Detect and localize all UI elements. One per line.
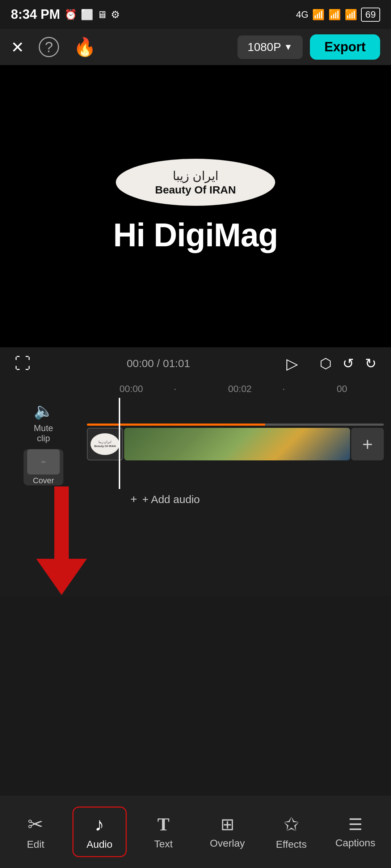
close-button[interactable]: ✕ bbox=[11, 38, 24, 56]
ruler-time-2: 00:02 bbox=[228, 383, 282, 395]
settings-icon: ⚙ bbox=[111, 9, 120, 21]
screen-icon: ⬜ bbox=[81, 9, 93, 21]
alarm-icon: ⏰ bbox=[64, 9, 77, 21]
text-icon: T bbox=[157, 814, 169, 835]
signal-icon: 📶 bbox=[312, 9, 325, 21]
flame-icon: 🔥 bbox=[73, 37, 96, 58]
nav-item-text[interactable]: T Text bbox=[136, 808, 190, 856]
svg-marker-1 bbox=[36, 559, 87, 595]
clip-1[interactable]: ایران زیباBeauty Of IRAN bbox=[87, 428, 123, 460]
clip-1-thumbnail: ایران زیباBeauty Of IRAN bbox=[91, 433, 119, 455]
clip-2[interactable] bbox=[124, 428, 350, 460]
nav-label-audio: Audio bbox=[87, 839, 113, 850]
add-audio-row: + + Add audio bbox=[119, 489, 391, 510]
nav-label-text: Text bbox=[154, 838, 173, 850]
timeline-left-controls: 🔈 Mute clip ✏ Cover bbox=[7, 401, 80, 485]
preview-area: ایران زیبا Beauty Of IRAN Hi DigiMag bbox=[0, 65, 391, 347]
nav-label-overlay: Overlay bbox=[210, 838, 245, 849]
plus-icon: + bbox=[362, 434, 373, 455]
nav-item-effects[interactable]: ✩ Effects bbox=[264, 808, 319, 856]
mute-label: Mute clip bbox=[34, 423, 53, 443]
top-toolbar: ✕ ? 🔥 1080P ▼ Export bbox=[0, 29, 391, 65]
ruler-time-0: 00:00 bbox=[119, 383, 174, 395]
down-arrow bbox=[36, 486, 87, 595]
nav-item-overlay[interactable]: ⊞ Overlay bbox=[200, 809, 255, 855]
time-display: 00:00 / 01:01 bbox=[127, 357, 190, 370]
status-bar: 8:34 PM ⏰ ⬜ 🖥 ⚙ 4G 📶 📶 📶 69 bbox=[0, 0, 391, 29]
toolbar-left: ✕ ? 🔥 bbox=[11, 37, 96, 58]
network-label: 4G bbox=[296, 9, 308, 20]
cover-button[interactable]: ✏ Cover bbox=[24, 449, 63, 485]
cover-thumbnail: ✏ bbox=[27, 449, 60, 475]
nav-label-effects: Effects bbox=[276, 839, 307, 850]
oval-persian-text: ایران زیبا bbox=[173, 169, 218, 183]
bottom-nav: ✂ Edit ♪ Audio T Text ⊞ Overlay ✩ Effect… bbox=[0, 796, 391, 868]
cast-icon: 🖥 bbox=[97, 9, 107, 21]
resolution-button[interactable]: 1080P ▼ bbox=[237, 35, 303, 59]
logo-oval: ایران زیبا Beauty Of IRAN bbox=[116, 159, 275, 206]
nav-label-captions: Captions bbox=[335, 837, 375, 849]
status-icons: ⏰ ⬜ 🖥 ⚙ bbox=[64, 9, 120, 21]
mute-icon: 🔈 bbox=[34, 401, 54, 420]
export-button[interactable]: Export bbox=[310, 34, 380, 60]
play-button[interactable]: ▷ bbox=[286, 355, 298, 373]
oval-english-text: Beauty Of IRAN bbox=[155, 184, 236, 196]
layout-icon[interactable]: ⬡ bbox=[320, 356, 332, 371]
track-progress-line bbox=[87, 424, 384, 426]
timeline-area: ⛶ 00:00 / 01:01 ▷ ⬡ ↺ ↻ 00:00 · 00:02 · … bbox=[0, 347, 391, 485]
main-title: Hi DigiMag bbox=[113, 217, 278, 254]
resolution-label: 1080P bbox=[248, 41, 281, 54]
svg-rect-0 bbox=[54, 486, 69, 559]
effects-icon: ✩ bbox=[283, 813, 299, 835]
mute-clip-button[interactable]: 🔈 Mute clip bbox=[34, 401, 54, 443]
ruler-dot-2: · bbox=[282, 383, 337, 395]
cover-label: Cover bbox=[33, 476, 54, 485]
timeline-ruler: 00:00 · 00:02 · 00 bbox=[0, 380, 391, 398]
nav-label-edit: Edit bbox=[27, 839, 44, 850]
timeline-content: 🔈 Mute clip ✏ Cover ایران زیباBeauty Of … bbox=[0, 398, 391, 489]
playhead bbox=[119, 398, 120, 489]
add-audio-button[interactable]: + Add audio bbox=[142, 493, 200, 506]
nav-item-edit[interactable]: ✂ Edit bbox=[8, 808, 63, 856]
add-clip-button[interactable]: + bbox=[351, 428, 384, 460]
redo-icon[interactable]: ↻ bbox=[365, 356, 377, 371]
ruler-time-4: 00 bbox=[337, 383, 391, 395]
arrow-svg bbox=[36, 486, 87, 595]
track-clips: ایران زیباBeauty Of IRAN + bbox=[87, 428, 384, 460]
nav-item-audio[interactable]: ♪ Audio bbox=[72, 807, 127, 857]
captions-icon: ☰ bbox=[348, 815, 362, 834]
chevron-down-icon: ▼ bbox=[284, 42, 293, 52]
tl-center: 00:00 / 01:01 bbox=[127, 357, 190, 370]
signal2-icon: 📶 bbox=[328, 9, 341, 21]
timeline-controls: ⛶ 00:00 / 01:01 ▷ ⬡ ↺ ↻ bbox=[0, 347, 391, 380]
battery-indicator: 69 bbox=[361, 8, 380, 22]
status-time: 8:34 PM bbox=[11, 7, 60, 22]
wifi-icon: 📶 bbox=[345, 9, 357, 21]
ruler-dot-1: · bbox=[174, 383, 228, 395]
timeline-track: ایران زیباBeauty Of IRAN + bbox=[87, 424, 384, 463]
ruler-times: 00:00 · 00:02 · 00 bbox=[0, 383, 391, 395]
plus-icon-audio: + bbox=[130, 493, 137, 506]
status-right: 4G 📶 📶 📶 69 bbox=[296, 8, 380, 22]
tl-right: ▷ ⬡ ↺ ↻ bbox=[286, 355, 377, 373]
edit-icon: ✂ bbox=[28, 813, 43, 835]
help-button[interactable]: ? bbox=[39, 37, 59, 57]
nav-item-captions[interactable]: ☰ Captions bbox=[328, 809, 383, 855]
toolbar-right: 1080P ▼ Export bbox=[237, 34, 380, 60]
fullscreen-icon[interactable]: ⛶ bbox=[14, 354, 30, 373]
audio-icon: ♪ bbox=[95, 813, 104, 835]
undo-icon[interactable]: ↺ bbox=[342, 356, 354, 371]
overlay-icon: ⊞ bbox=[220, 814, 235, 834]
